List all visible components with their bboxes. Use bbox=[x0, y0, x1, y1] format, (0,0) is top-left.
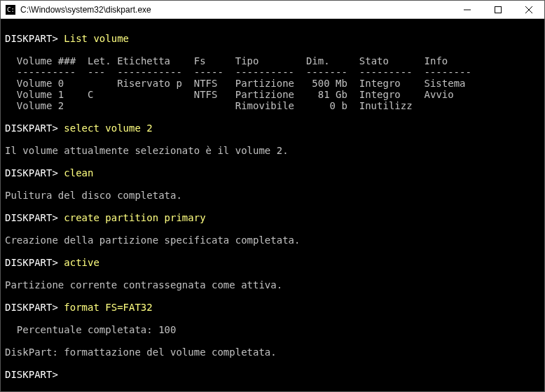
r1-type: Partizione bbox=[235, 89, 294, 100]
r1-info: Avvio bbox=[425, 89, 454, 100]
close-button[interactable] bbox=[513, 1, 544, 19]
cmd-create-partition: create partition primary bbox=[64, 212, 205, 223]
msg-active: Partizione corrente contrassegnata come … bbox=[5, 279, 282, 290]
minimize-button[interactable] bbox=[452, 1, 483, 19]
r0-type: Partizione bbox=[235, 78, 294, 89]
r0-state: Integro bbox=[359, 78, 401, 89]
th-size: Dim. bbox=[306, 55, 330, 66]
prompt: DISKPART> bbox=[5, 302, 58, 313]
window-controls bbox=[452, 1, 544, 19]
th-type: Tipo bbox=[235, 55, 259, 66]
cmd-active: active bbox=[64, 257, 99, 268]
cmd-format: format FS=FAT32 bbox=[64, 302, 152, 313]
svg-rect-3 bbox=[495, 6, 502, 13]
th-label: Etichetta bbox=[117, 55, 170, 66]
maximize-button[interactable] bbox=[483, 1, 513, 19]
th-fs: Fs bbox=[194, 55, 206, 66]
prompt: DISKPART> bbox=[5, 33, 58, 44]
r1-size: 81 Gb bbox=[318, 89, 347, 100]
window-title: C:\Windows\system32\diskpart.exe bbox=[20, 5, 452, 15]
cmd-clean: clean bbox=[64, 167, 93, 178]
th-volnum: Volume ### bbox=[17, 55, 76, 66]
r2-size: 0 b bbox=[330, 100, 347, 111]
r0-num: Volume 0 bbox=[17, 78, 64, 89]
r1-state: Integro bbox=[359, 89, 401, 100]
titlebar[interactable]: C: C:\Windows\system32\diskpart.exe bbox=[1, 1, 544, 19]
r1-num: Volume 1 bbox=[17, 89, 64, 100]
r0-fs: NTFS bbox=[194, 78, 218, 89]
msg-percent: Percentuale completata: 100 bbox=[5, 324, 176, 335]
prompt: DISKPART> bbox=[5, 212, 58, 223]
msg-selected: Il volume attualmente selezionato è il v… bbox=[5, 145, 289, 156]
th-let: Let. bbox=[88, 55, 111, 66]
r2-state: Inutilizz bbox=[359, 100, 413, 111]
r2-type: Rimovibile bbox=[235, 100, 294, 111]
cmd-list-volume: List volume bbox=[64, 33, 129, 44]
msg-cleaned: Pulitura del disco completata. bbox=[5, 190, 182, 201]
r2-num: Volume 2 bbox=[17, 100, 64, 111]
terminal-output[interactable]: DISKPART> List volume Volume ### Let. Et… bbox=[1, 19, 544, 391]
r1-let: C bbox=[88, 89, 93, 100]
app-window: C: C:\Windows\system32\diskpart.exe DISK… bbox=[0, 0, 545, 392]
msg-formatted: DiskPart: formattazione del volume compl… bbox=[5, 346, 277, 358]
svg-text:C:: C: bbox=[7, 6, 15, 13]
r0-size: 500 Mb bbox=[312, 78, 347, 89]
msg-created: Creazione della partizione specificata c… bbox=[5, 234, 300, 246]
r1-fs: NTFS bbox=[194, 89, 218, 100]
r0-info: Sistema bbox=[425, 78, 466, 89]
prompt: DISKPART> bbox=[5, 257, 58, 268]
prompt-final: DISKPART> bbox=[5, 369, 58, 380]
th-info: Info bbox=[425, 55, 448, 66]
prompt: DISKPART> bbox=[5, 167, 58, 178]
prompt: DISKPART> bbox=[5, 122, 58, 134]
cmd-select-volume: select volume 2 bbox=[64, 122, 152, 134]
cmd-icon: C: bbox=[5, 4, 16, 15]
th-state: Stato bbox=[359, 55, 389, 66]
r0-label: Riservato p bbox=[117, 78, 182, 89]
